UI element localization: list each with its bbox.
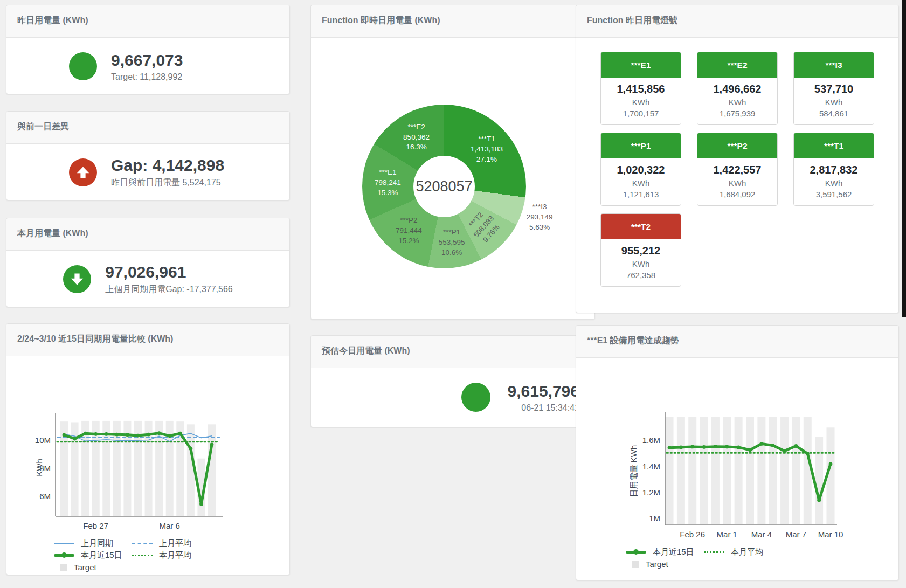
x-tick-label: Mar 10 [818,530,843,539]
tile-value: 1,496,662 [697,83,777,95]
e1-trend-line-chart[interactable]: 1M1.2M1.4M1.6MFeb 26Mar 1Mar 4Mar 7Mar 1… [576,358,898,546]
legend-label: Target [646,559,668,569]
page-scrollbar[interactable] [902,0,906,317]
series-marker [136,434,140,438]
y-tick-label: 1M [649,514,660,523]
tile-unit: KWh [794,98,874,107]
series-marker [168,434,171,438]
legend-item[interactable]: 本月平均 [132,550,191,561]
series-marker [690,445,694,449]
tile-target-value: 1,700,157 [601,109,681,118]
target-bar [723,417,731,524]
series-marker [668,446,672,449]
card-yesterday-title: 昨日用電量 (KWh) [6,5,289,38]
tile-value: 537,710 [794,83,874,95]
legend-item[interactable]: 上月同期 [54,538,132,549]
today-estimate-value: 9,615,796 [508,382,579,400]
y-axis-label: 日用電量 KWh [629,445,638,497]
target-bar [666,417,674,524]
dashboard-page: 昨日用電量 (KWh) 9,667,073 Target: 11,128,992… [0,0,906,588]
tile-value: 2,817,832 [794,164,874,176]
legend-row: 本月近15日本月平均 [54,549,289,561]
card-month-usage-body: 97,026,961 上個月同期用電Gap: -17,377,566 [6,251,289,308]
card-prev-day-gap-title: 與前一日差異 [6,112,289,144]
series-marker [210,442,214,446]
legend-line-icon [132,555,153,556]
y-axis-label: KWh [34,459,44,476]
today-estimate-title: 預估今日用電量 (KWh) [311,336,594,368]
card-prev-day-gap-body: Gap: 4,142,898 昨日與前日用電量 5,524,175 [6,144,289,201]
target-bar [792,417,800,524]
pie-segment-label: ***E2850,36216.3% [403,122,430,153]
tile-target-value: 762,358 [601,271,681,280]
tile-unit: KWh [601,259,681,268]
green-status-circle-icon [461,383,490,412]
tile-unit: KWh [601,98,681,107]
target-bar [780,417,789,524]
e1_trend-svg[interactable]: 1M1.2M1.4M1.6MFeb 26Mar 1Mar 4Mar 7Mar 1… [576,358,900,544]
series-marker [105,432,108,436]
light-tile: ***T12,817,832KWh3,591,562 [793,133,874,206]
series-marker [189,447,192,451]
legend-line-icon [704,551,724,553]
card-month-usage: 本月用電量 (KWh) 97,026,961 上個月同期用電Gap: -17,3… [6,218,290,307]
x-tick-label: Mar 7 [786,530,806,539]
pie-segment-label: ***I3293,1495.63% [527,202,553,233]
tile-label: ***T1 [794,133,874,158]
series-marker [178,432,182,435]
tile-label: ***T2 [601,214,681,239]
light-tile: ***E11,415,856KWh1,700,157 [600,52,681,125]
target-bar [815,437,823,524]
light-tile: ***E21,496,662KWh1,675,939 [697,52,778,125]
series-marker [714,445,717,448]
target-bar [711,417,720,524]
legend-item[interactable]: 上月平均 [132,538,191,549]
month-usage-value: 97,026,961 [105,263,233,281]
prev-day-gap-sub: 昨日與前日用電量 5,524,175 [111,177,227,189]
tile-unit: KWh [794,178,874,188]
tile-label: ***I3 [794,52,874,78]
tile-target-value: 3,591,562 [794,190,874,199]
target-bar [688,417,696,524]
card-prev-day-gap: 與前一日差異 Gap: 4,142,898 昨日與前日用電量 5,524,175 [6,111,290,200]
pie-segment-label: ***P1553,59510.6% [439,227,465,258]
target-bar [700,417,708,524]
tile-value: 955,212 [601,245,681,257]
tile-label: ***P2 [697,133,777,158]
series-marker [679,446,683,449]
legend-item[interactable]: 本月近15日 [626,547,704,557]
compare15-svg[interactable]: 6M8M10MFeb 27Mar 6KWh [6,356,291,535]
series-marker [115,433,119,437]
y-tick-label: 1.2M [642,488,660,497]
legend-label: 本月平均 [731,547,763,557]
card-today-estimate: 預估今日用電量 (KWh) 9,615,796 06-21 15:34:41 [310,335,595,427]
x-tick-label: Mar 1 [717,530,737,539]
legend-square-icon [60,564,67,571]
tile-value: 1,422,557 [697,164,777,176]
legend-item[interactable]: 本月平均 [704,547,763,557]
realtime-donut-chart[interactable]: 5208057 ***T11,413,18327.1%***I3293,1495… [362,105,526,268]
green-status-circle-icon [69,52,97,80]
compare-chart-title: 2/24~3/10 近15日同期用電量比較 (KWh) [6,324,289,356]
legend-line-icon [54,543,74,544]
tile-value: 1,020,322 [601,164,681,176]
today-estimate-timestamp: 06-21 15:34:41 [508,403,579,413]
target-bar [804,417,812,524]
e1-trend-legend: 本月近15日本月平均Target [626,546,898,570]
legend-item[interactable]: Target [54,563,96,572]
tile-label: ***E2 [697,52,777,78]
tile-value: 1,415,856 [601,83,681,95]
legend-item[interactable]: 本月近15日 [54,550,132,561]
card-yesterday-usage: 昨日用電量 (KWh) 9,667,073 Target: 11,128,992 [6,5,290,94]
target-bar [746,417,754,524]
series-marker [702,445,706,449]
month-usage-gap: 上個月同期用電Gap: -17,377,566 [105,284,233,295]
y-tick-label: 10M [35,435,51,445]
compare-line-chart[interactable]: 6M8M10MFeb 27Mar 6KWh [6,356,289,537]
legend-item[interactable]: Target [626,559,668,569]
legend-row: 上月同期上月平均 [54,537,289,549]
light-tile: ***I3537,710KWh584,861 [793,52,874,125]
card-realtime-pie: Function 即時日用電量 (KWh) 5208057 ***T11,413… [310,5,595,320]
series-marker [737,446,741,449]
card-month-usage-title: 本月用電量 (KWh) [6,218,289,251]
